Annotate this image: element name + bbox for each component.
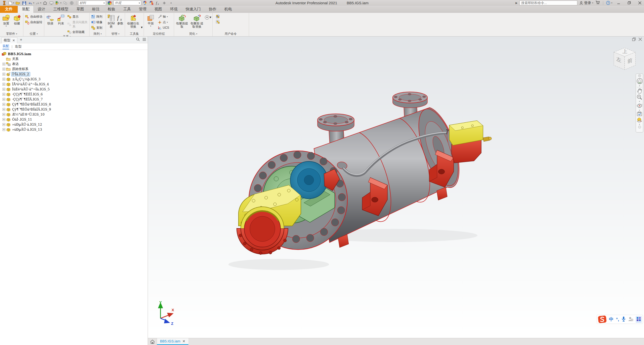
point-button[interactable]: 点▾	[157, 20, 170, 25]
ribbon-tab[interactable]: 管理	[135, 6, 150, 13]
doc-restore-icon[interactable]	[632, 38, 636, 41]
expand-toggle[interactable]: +	[3, 113, 5, 116]
undo-button[interactable]: ▾	[28, 1, 34, 6]
home-button[interactable]	[42, 1, 48, 6]
joint-button[interactable]: 联接	[45, 14, 55, 34]
create-component-button[interactable]: 创建	[12, 14, 22, 31]
group-label-productivity[interactable]: 工具集	[125, 31, 144, 36]
expand-toggle[interactable]: +	[3, 93, 5, 96]
tree-item[interactable]: + Æ½°âÈ®¹Ü.IGS_10	[1, 112, 147, 117]
tree-item[interactable]: + Çý¶¯¶ÈÖä³ÐÎàÉÎ.IGS_8	[1, 102, 147, 107]
open-button[interactable]	[15, 1, 21, 6]
material-combo[interactable]: 材料▾	[78, 1, 106, 5]
tree-item[interactable]: + Çý¶¯¶ÈÖä³ÐÎàÎÄ.IGS_9	[1, 107, 147, 112]
ribbon-tab[interactable]: 三维模型	[49, 6, 72, 13]
expand-toggle[interactable]: +	[3, 88, 5, 91]
tree-item[interactable]: + »úÐµÄÛ·â.IGS_12	[1, 122, 147, 127]
user-command-1-button[interactable]	[215, 14, 221, 19]
close-button[interactable]	[635, 0, 644, 6]
create-derived-substitute-button[interactable]: 创建衍生 替换	[126, 14, 140, 31]
sogou-logo-icon[interactable]	[598, 316, 607, 323]
axis-button[interactable]: 轴▾	[157, 14, 170, 19]
tree-item[interactable]: + ÎüÈë²àÄÛ·â°¬Îà.IGS_5	[1, 87, 147, 92]
expand-toggle[interactable]: +	[3, 103, 5, 106]
graphics-viewport[interactable]: 上 左 前 ▾ ▾ ▾ ▾	[148, 37, 644, 338]
user-command-2-button[interactable]	[215, 20, 221, 24]
close-icon[interactable]: ✕	[12, 39, 15, 42]
restore-button[interactable]	[625, 0, 633, 6]
free-move-button[interactable]: 自由移动	[24, 14, 43, 19]
ime-mic-icon[interactable]	[622, 316, 626, 323]
ribbon-tab[interactable]: 协作	[205, 6, 220, 13]
expand-toggle[interactable]: +	[3, 128, 5, 131]
add-browser-tab-button[interactable]: +	[20, 38, 22, 42]
browser-search-icon[interactable]	[136, 38, 140, 42]
tree-item[interactable]: + 关系	[1, 56, 147, 61]
document-tab-active[interactable]: BB5.IGS.iam ✕	[157, 338, 188, 345]
appearance-combo[interactable]: 外观▾	[113, 1, 141, 5]
wheel-menu-arrow[interactable]: ▾	[639, 85, 640, 86]
copy-button[interactable]: 复制	[91, 25, 103, 30]
pan-icon[interactable]	[636, 88, 642, 94]
group-label-position[interactable]: 位置▾	[23, 31, 44, 36]
group-label-manage[interactable]: 管理▾	[106, 31, 125, 36]
orbit-icon[interactable]	[636, 103, 642, 109]
show-relationships-button[interactable]: 显示	[67, 14, 88, 19]
pattern-button[interactable]: 阵列	[91, 14, 103, 19]
place-button[interactable]: 放置 ▾	[1, 14, 11, 31]
ime-punctuation-toggle[interactable]: °,	[616, 317, 619, 322]
new-file-button[interactable]: ▾	[8, 1, 14, 6]
color-wheel-icon[interactable]	[107, 1, 112, 6]
expand-toggle[interactable]: +	[3, 108, 5, 111]
add-qat-button[interactable]	[162, 1, 167, 6]
ribbon-tab[interactable]: 检验	[104, 6, 119, 13]
sign-in-button[interactable]: 登录 ▾	[579, 1, 593, 5]
qat-overflow-button[interactable]: ▾	[168, 1, 174, 6]
navbar-close-icon[interactable]	[636, 74, 642, 77]
constraint-audit-button[interactable]	[62, 1, 68, 6]
zoom-icon[interactable]	[636, 94, 642, 100]
doc-close-icon[interactable]	[638, 38, 642, 41]
ucs-button[interactable]: UCS	[157, 25, 170, 30]
visual-style-icon[interactable]	[636, 117, 642, 123]
ribbon-tab[interactable]: 视图	[150, 6, 166, 13]
adjust-appearance-button[interactable]	[142, 1, 148, 6]
panel-expand-icon[interactable]: ▶	[515, 2, 517, 4]
view-cube[interactable]: 上 左 前	[609, 42, 639, 75]
hide-all-button[interactable]: 全部隐藏	[67, 30, 88, 34]
tree-item[interactable]: + ·ÇÇý¶¯¶ÈÎÄ.IGS_7	[1, 97, 147, 102]
navigation-wheel-icon[interactable]	[636, 78, 642, 84]
expand-toggle[interactable]: +	[3, 73, 5, 76]
mirror-button[interactable]: 镜像	[91, 20, 103, 25]
clear-appearance-button[interactable]	[149, 1, 154, 6]
parameters-button[interactable]: fx 参数	[116, 14, 125, 31]
ribbon-tab[interactable]: 工具	[119, 6, 135, 13]
store-cart-button[interactable]	[595, 1, 600, 5]
group-label-user-commands[interactable]: 用户命令	[213, 31, 249, 36]
ime-user-icon[interactable]	[628, 317, 633, 322]
minimize-button[interactable]	[614, 0, 623, 6]
group-label-simplify[interactable]: 简化▾	[174, 31, 212, 36]
expand-toggle[interactable]: +	[3, 63, 5, 65]
redo-button[interactable]: ▾	[35, 1, 41, 6]
pump-3d-model[interactable]	[148, 37, 644, 338]
ribbon-tab[interactable]: 快速入门	[182, 6, 205, 13]
orbit-menu-arrow[interactable]: ▾	[639, 110, 640, 111]
free-rotate-button[interactable]: 自由旋转	[24, 20, 43, 25]
expand-toggle[interactable]: +	[3, 98, 5, 101]
shrinkwrap-button[interactable]: 包覆面提取	[175, 14, 189, 31]
tree-item[interactable]: + »úÐµÄÛ·â.IGS_13	[1, 127, 147, 132]
group-label-pattern[interactable]: 阵列▾	[90, 31, 106, 36]
ime-toolbox-icon[interactable]	[636, 316, 642, 323]
navbar-collapse-icon[interactable]	[636, 126, 642, 128]
ribbon-tab[interactable]: 标注	[88, 6, 104, 13]
group-label-component[interactable]: 零部件▾	[0, 31, 23, 36]
home-tab-button[interactable]	[148, 338, 157, 345]
style-menu-arrow[interactable]: ▾	[639, 124, 640, 125]
expand-toggle[interactable]: +	[3, 118, 5, 121]
tree-item[interactable]: + 表达	[1, 61, 147, 66]
browser-menu-icon[interactable]	[142, 38, 146, 42]
tree-item[interactable]: + BB5.IGS.iam	[1, 51, 147, 56]
zoom-menu-arrow[interactable]: ▾	[639, 101, 640, 102]
ribbon-tab[interactable]: 文件	[0, 6, 18, 13]
